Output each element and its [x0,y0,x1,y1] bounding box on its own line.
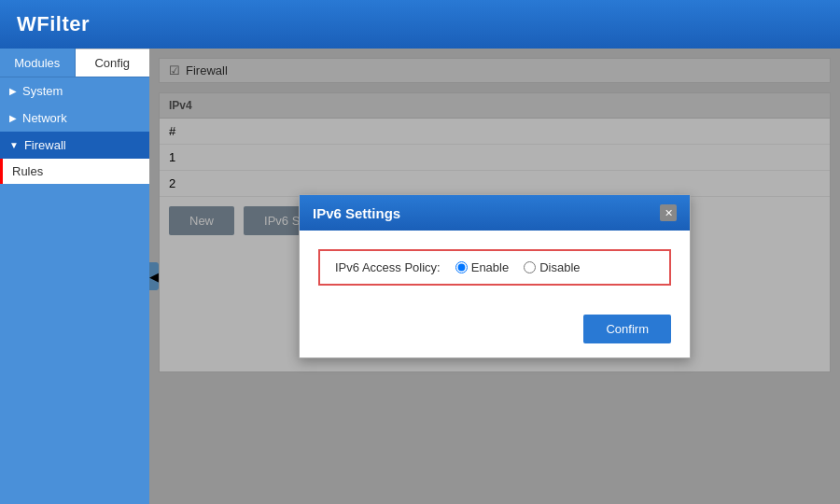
enable-option[interactable]: Enable [455,260,509,274]
dialog-footer: Confirm [300,315,690,357]
sidebar-item-firewall[interactable]: ▼ Firewall [0,132,149,159]
dialog-title-bar: IPv6 Settings ✕ [300,195,690,231]
tab-config[interactable]: Config [76,49,150,77]
sidebar-item-label: Network [22,111,67,125]
dialog-overlay: IPv6 Settings ✕ IPv6 Access Policy: Enab… [149,49,840,504]
policy-label: IPv6 Access Policy: [335,260,441,274]
sidebar-item-label: System [22,84,63,98]
main-content: ☑ Firewall IPv4 # 1 2 New IPv6 Settings [149,49,840,504]
arrow-icon: ▶ [9,86,17,96]
sidebar-tabs: Modules Config [0,49,149,77]
tab-modules[interactable]: Modules [0,49,76,77]
radio-group: Enable Disable [455,260,581,274]
enable-radio[interactable] [455,261,468,273]
dialog-body: IPv6 Access Policy: Enable Disable [300,231,690,315]
sidebar-item-label: Firewall [24,138,66,152]
arrow-icon: ▶ [9,113,17,123]
rules-label: Rules [12,164,43,178]
enable-label: Enable [471,260,509,274]
ipv6-settings-dialog: IPv6 Settings ✕ IPv6 Access Policy: Enab… [299,194,691,358]
sidebar-sub-item-rules[interactable]: Rules [0,159,149,184]
arrow-icon: ▼ [9,140,19,150]
sidebar-item-network[interactable]: ▶ Network [0,105,149,132]
disable-label: Disable [539,260,580,274]
app-title: WFilter [17,12,90,36]
policy-box: IPv6 Access Policy: Enable Disable [318,249,671,286]
sidebar-item-system[interactable]: ▶ System [0,77,149,105]
dialog-close-button[interactable]: ✕ [660,204,677,221]
disable-option[interactable]: Disable [524,260,580,274]
app-header: WFilter [0,0,840,49]
sidebar: Modules Config ▶ System ▶ Network ▼ Fire… [0,49,149,504]
dialog-title: IPv6 Settings [313,205,400,221]
sidebar-subitems: Rules [0,159,149,184]
confirm-button[interactable]: Confirm [583,315,671,343]
disable-radio[interactable] [524,261,536,273]
